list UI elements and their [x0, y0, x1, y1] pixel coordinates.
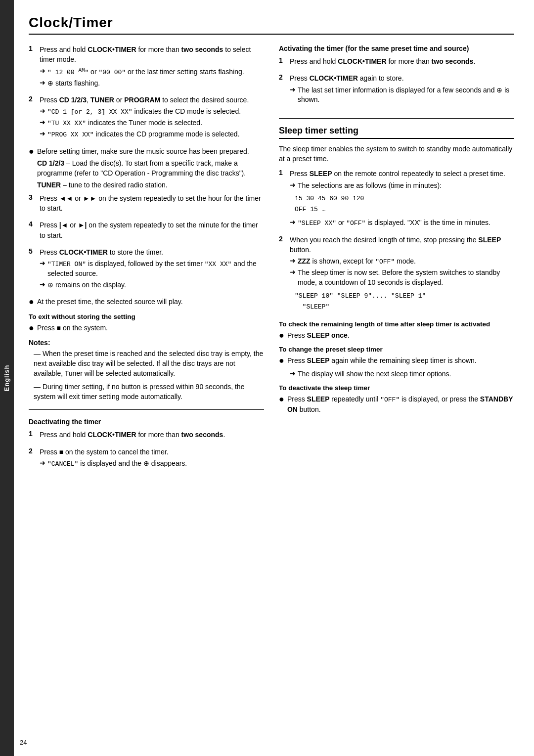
sleep-step-2: 2 When you reach the desired length of t… [279, 235, 514, 315]
bullet-tuner-text: TUNER – tune to the desired radio statio… [37, 180, 264, 190]
change-heading: To change the preset sleep timer [279, 346, 514, 353]
bullet-before-p: Before setting timer, make sure the musi… [37, 146, 264, 156]
arrow-icon-12: ➜ [290, 257, 296, 265]
activating-heading: Activating the timer (for the same prese… [279, 44, 514, 52]
step-1-arrow-text-1: " 12 00 AM" or "00 00" or the last timer… [47, 67, 244, 78]
exit-bullet-text: Press ■ on the system. [37, 323, 108, 333]
deactivate-arrow-1: ➜ "CANCEL" is displayed and the ⊕ disapp… [40, 459, 264, 469]
arrow-icon-13: ➜ [290, 268, 296, 276]
bullet-dot-2: ● [29, 297, 34, 308]
deactivate-sleep-bullet-text: Press SLEEP repeatedly until "OFF" is di… [287, 394, 514, 415]
sleep-display: "SLEEP 10" "SLEEP 9".... "SLEEP 1" "SLEE… [295, 291, 514, 312]
sleep-step-1-content: Press SLEEP on the remote control repeat… [290, 169, 514, 229]
activating-step-1-text: Press and hold CLOCK•TIMER for more than… [290, 56, 514, 66]
arrow-icon-6: ➜ [40, 259, 45, 267]
deactivate-step-2: 2 Press ■ on the system to cancel the ti… [29, 447, 264, 470]
change-arrow: ➜ The display will show the next sleep t… [290, 369, 514, 379]
step-4-content: Press |◄ or ►| on the system repeatedly … [40, 220, 264, 242]
step-4-text: Press |◄ or ►| on the system repeatedly … [40, 220, 264, 240]
sidebar: English [0, 0, 14, 756]
arrow-icon-1: ➜ [40, 67, 45, 75]
deactivate-step-1-content: Press and hold CLOCK•TIMER for more than… [40, 430, 264, 442]
content: Clock/Timer 1 Press and hold CLOCK•TIMER… [14, 0, 534, 756]
step-1-content: Press and hold CLOCK•TIMER for more than… [40, 44, 264, 90]
change-arrow-text: The display will show the next sleep tim… [298, 369, 451, 379]
step-5-arrow-2: ➜ ⊕ remains on the display. [40, 280, 264, 290]
step-5-arrow-text-2: ⊕ remains on the display. [47, 280, 126, 290]
note-1: — When the preset time is reached and th… [29, 349, 264, 379]
sleep-arrow-2: ➜ "SLEEP XX" or "OFF" is displayed. "XX"… [290, 218, 514, 228]
step-1-arrow-2: ➜ ⊕ starts flashing. [40, 79, 264, 89]
sleep-step2-arrow-1: ➜ ZZZ is shown, except for "OFF" mode. [290, 257, 514, 267]
arrow-icon-14: ➜ [290, 369, 296, 377]
deactivate-step-2-text: Press ■ on the system to cancel the time… [40, 447, 264, 457]
note-2: — During timer setting, if no button is … [29, 382, 264, 402]
deactivating-heading: Deactivating the timer [29, 418, 264, 426]
arrow-icon-5: ➜ [40, 130, 45, 137]
step-num-3: 3 [29, 193, 38, 201]
step-3: 3 Press ◄◄ or ►► on the system repeatedl… [29, 193, 264, 216]
notes-title: Notes: [29, 339, 264, 347]
bullet-dot-4: ● [279, 330, 284, 341]
page-title: Clock/Timer [29, 15, 514, 35]
step-5: 5 Press CLOCK•TIMER to store the timer. … [29, 247, 264, 292]
bullet-preset-time: ● At the preset time, the selected sourc… [29, 297, 264, 308]
deactivate-sleep-heading: To deactivate the sleep timer [279, 384, 514, 392]
col-right: Activating the timer (for the same prese… [279, 44, 514, 475]
sleep-step2-arrow-text-1: ZZZ is shown, except for "OFF" mode. [298, 257, 416, 267]
activating-step-2: 2 Press CLOCK•TIMER again to store. ➜ Th… [279, 73, 514, 106]
activating-step-num-2: 2 [279, 73, 288, 81]
activating-step-2-content: Press CLOCK•TIMER again to store. ➜ The … [290, 73, 514, 106]
step-num-4: 4 [29, 220, 38, 228]
bullet-preset-text: At the preset time, the selected source … [37, 297, 183, 307]
deactivate-step-num-1: 1 [29, 430, 38, 438]
activating-section: Activating the timer (for the same prese… [279, 44, 514, 119]
sleep-step-num-1: 1 [279, 169, 288, 177]
step-2-arrow-3: ➜ "PROG XX XX" indicates the CD programm… [40, 130, 264, 139]
activating-step-1-content: Press and hold CLOCK•TIMER for more than… [290, 56, 514, 68]
step-2-content: Press CD 1/2/3, TUNER or PROGRAM to sele… [40, 95, 264, 141]
change-bullet-text: Press SLEEP again while the remaining sl… [287, 356, 477, 365]
deactivate-arrow-text-1: "CANCEL" is displayed and the ⊕ disappea… [47, 459, 187, 469]
arrow-icon-3: ➜ [40, 107, 45, 115]
step-2-arrow-2: ➜ "TU XX XX" indicates the Tuner mode is… [40, 118, 264, 128]
sleep-arrow-text-2: "SLEEP XX" or "OFF" is displayed. "XX" i… [298, 218, 490, 228]
step-2-arrow-text-2: "TU XX XX" indicates the Tuner mode is s… [47, 118, 202, 128]
page-number: 24 [20, 739, 27, 746]
bullet-before-setting: ● Before setting timer, make sure the mu… [29, 146, 264, 190]
step-2: 2 Press CD 1/2/3, TUNER or PROGRAM to se… [29, 95, 264, 141]
sleep-section: Sleep timer setting The sleep timer enab… [279, 126, 514, 415]
step-2-text: Press CD 1/2/3, TUNER or PROGRAM to sele… [40, 95, 264, 105]
bullet-dot-6: ● [279, 394, 284, 405]
sleep-intro: The sleep timer enables the system to sw… [279, 144, 514, 164]
divider-1 [29, 409, 264, 410]
sleep-arrow-1: ➜ The selections are as follows (time in… [290, 181, 514, 191]
step-3-text: Press ◄◄ or ►► on the system repeatedly … [40, 193, 264, 214]
deactivate-step-2-content: Press ■ on the system to cancel the time… [40, 447, 264, 470]
exit-heading: To exit without storing the setting [29, 313, 264, 320]
step-num-2: 2 [29, 95, 38, 103]
step-5-text: Press CLOCK•TIMER to store the timer. [40, 247, 264, 257]
change-bullet: ● Press SLEEP again while the remaining … [279, 356, 514, 366]
sleep-section-title: Sleep timer setting [279, 126, 514, 139]
arrow-icon-8: ➜ [40, 459, 45, 467]
arrow-icon-9: ➜ [290, 86, 296, 93]
deactivate-step-num-2: 2 [29, 447, 38, 455]
notes-section: Notes: — When the preset time is reached… [29, 339, 264, 401]
sleep-step-1-text: Press SLEEP on the remote control repeat… [290, 169, 514, 178]
sleep-step2-arrow-text-2: The sleep timer is now set. Before the s… [298, 268, 514, 287]
bullet-dot-1: ● [29, 146, 34, 157]
page-wrapper: English Clock/Timer 1 Press and hold CLO… [0, 0, 534, 756]
sleep-step-1: 1 Press SLEEP on the remote control repe… [279, 169, 514, 229]
bullet-dot-5: ● [279, 356, 284, 366]
sleep-step-num-2: 2 [279, 235, 288, 243]
arrow-icon-4: ➜ [40, 118, 45, 126]
activating-arrow-text-1: The last set timer information is displa… [298, 86, 514, 105]
step-num-1: 1 [29, 44, 38, 52]
sleep-step-2-text: When you reach the desired length of tim… [290, 235, 514, 255]
sleep-arrow-text-1: The selections are as follows (time in m… [298, 181, 442, 191]
exit-bullet: ● Press ■ on the system. [29, 323, 264, 334]
arrow-icon-10: ➜ [290, 181, 296, 189]
step-2-arrow-1: ➜ "CD 1 [or 2, 3] XX XX" indicates the C… [40, 107, 264, 117]
step-1-arrow-text-2: ⊕ starts flashing. [47, 79, 100, 89]
